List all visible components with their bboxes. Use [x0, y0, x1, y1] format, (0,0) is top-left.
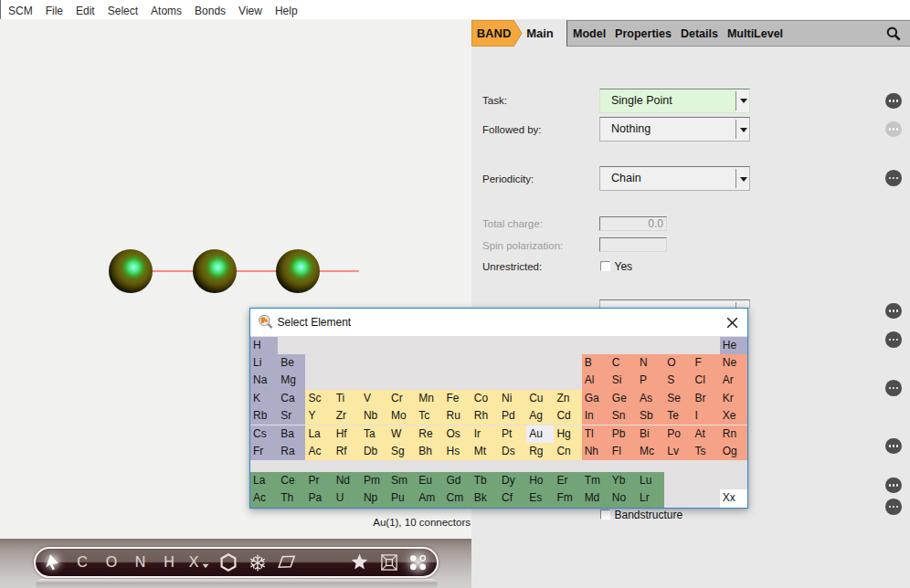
- element-Rn[interactable]: Rn: [720, 425, 747, 443]
- details-dots-button[interactable]: [885, 331, 902, 348]
- element-Re[interactable]: Re: [416, 425, 443, 443]
- element-Ra[interactable]: Ra: [278, 443, 305, 460]
- element-F[interactable]: F: [693, 354, 720, 372]
- task-combobox[interactable]: Single Point: [599, 89, 750, 113]
- element-Ca[interactable]: Ca: [278, 390, 305, 407]
- element-Cm[interactable]: Cm: [444, 489, 471, 507]
- element-Os[interactable]: Os: [444, 425, 471, 443]
- element-Ne[interactable]: Ne: [720, 354, 747, 372]
- element-K[interactable]: K: [250, 390, 278, 407]
- element-Bk[interactable]: Bk: [471, 489, 499, 507]
- element-Dy[interactable]: Dy: [499, 472, 526, 489]
- element-Ar[interactable]: Ar: [720, 372, 747, 389]
- close-icon[interactable]: [725, 315, 740, 331]
- total-charge-field[interactable]: 0.0: [599, 216, 667, 231]
- element-Ta[interactable]: Ta: [361, 425, 388, 443]
- element-B[interactable]: B: [582, 354, 609, 372]
- menu-bonds[interactable]: Bonds: [195, 0, 226, 21]
- element-As[interactable]: As: [637, 390, 664, 407]
- element-Si[interactable]: Si: [609, 372, 637, 389]
- element-Pa[interactable]: Pa: [305, 489, 333, 507]
- details-dots-button[interactable]: [885, 303, 902, 320]
- element-H[interactable]: H: [250, 337, 278, 354]
- render-mode-icon[interactable]: [408, 553, 428, 572]
- element-Tc[interactable]: Tc: [416, 407, 443, 425]
- element-Yb[interactable]: Yb: [609, 472, 637, 489]
- crystal-icon[interactable]: [249, 554, 266, 572]
- element-Ce[interactable]: Ce: [278, 472, 305, 489]
- element-Fl[interactable]: Fl: [609, 443, 637, 460]
- lattice-icon[interactable]: [277, 555, 296, 569]
- menu-scm[interactable]: SCM: [8, 0, 33, 21]
- menu-help[interactable]: Help: [275, 0, 298, 21]
- element-Db[interactable]: Db: [361, 443, 388, 460]
- element-Tm[interactable]: Tm: [582, 472, 609, 489]
- element-Hf[interactable]: Hf: [333, 425, 361, 443]
- element-Pm[interactable]: Pm: [361, 472, 388, 489]
- element-Sn[interactable]: Sn: [609, 407, 637, 425]
- element-Cl[interactable]: Cl: [693, 372, 720, 389]
- element-At[interactable]: At: [693, 425, 720, 443]
- element-Sm[interactable]: Sm: [388, 472, 416, 489]
- element-He[interactable]: He: [720, 337, 747, 354]
- details-dots-button[interactable]: [885, 170, 902, 186]
- toolbar-element-N[interactable]: N: [132, 552, 150, 572]
- star-icon[interactable]: [351, 553, 368, 571]
- element-Pr[interactable]: Pr: [305, 472, 333, 489]
- element-Y[interactable]: Y: [305, 407, 333, 425]
- element-Ac[interactable]: Ac: [305, 443, 333, 460]
- element-Li[interactable]: Li: [250, 354, 278, 372]
- toolbar-element-O[interactable]: O: [102, 552, 121, 572]
- element-I[interactable]: I: [693, 407, 720, 425]
- element-Sb[interactable]: Sb: [637, 407, 664, 425]
- menu-edit[interactable]: Edit: [76, 0, 95, 21]
- element-Se[interactable]: Se: [664, 390, 692, 407]
- element-Ba[interactable]: Ba: [278, 425, 305, 443]
- unrestricted-checkbox[interactable]: [600, 261, 610, 271]
- element-Nb[interactable]: Nb: [361, 407, 388, 425]
- element-Zn[interactable]: Zn: [554, 390, 581, 407]
- atom-sphere[interactable]: [109, 249, 153, 293]
- element-No[interactable]: No: [609, 489, 637, 507]
- element-Rb[interactable]: Rb: [250, 407, 278, 425]
- details-dots-button[interactable]: [885, 499, 902, 515]
- element-V[interactable]: V: [361, 390, 388, 407]
- element-Rh[interactable]: Rh: [471, 407, 499, 425]
- element-Gd[interactable]: Gd: [444, 472, 471, 489]
- element-Og[interactable]: Og: [720, 443, 747, 460]
- element-C[interactable]: C: [609, 354, 637, 372]
- element-Ni[interactable]: Ni: [499, 390, 526, 407]
- tab-properties[interactable]: Properties: [615, 27, 672, 40]
- element-Ir[interactable]: Ir: [471, 425, 499, 443]
- element-Sr[interactable]: Sr: [278, 407, 305, 425]
- element-Pt[interactable]: Pt: [499, 425, 526, 443]
- toolbar-element-C[interactable]: C: [73, 552, 91, 572]
- element-Cr[interactable]: Cr: [388, 390, 416, 407]
- periodicity-combobox[interactable]: Chain: [599, 166, 750, 191]
- search-icon[interactable]: [884, 24, 902, 42]
- atom-sphere[interactable]: [276, 249, 320, 293]
- element-Es[interactable]: Es: [526, 489, 554, 507]
- tab-model[interactable]: Model: [573, 27, 606, 40]
- element-Au[interactable]: Au: [526, 425, 554, 443]
- element-S[interactable]: S: [664, 372, 692, 389]
- element-Be[interactable]: Be: [278, 354, 305, 372]
- element-Cd[interactable]: Cd: [554, 407, 581, 425]
- spin-polarization-field[interactable]: [599, 237, 667, 252]
- atom-sphere[interactable]: [193, 249, 237, 293]
- followed-by-combobox[interactable]: Nothing: [599, 117, 750, 142]
- tab-details[interactable]: Details: [681, 27, 718, 40]
- element-Ru[interactable]: Ru: [444, 407, 471, 425]
- element-Co[interactable]: Co: [471, 390, 499, 407]
- element-Bh[interactable]: Bh: [416, 443, 443, 460]
- element-Pu[interactable]: Pu: [388, 489, 416, 507]
- element-Na[interactable]: Na: [250, 372, 278, 389]
- menu-view[interactable]: View: [238, 0, 262, 21]
- element-Hg[interactable]: Hg: [554, 425, 581, 443]
- element-Md[interactable]: Md: [582, 489, 609, 507]
- bandstructure-checkbox[interactable]: [600, 509, 610, 520]
- element-Mo[interactable]: Mo: [388, 407, 416, 425]
- element-Xx[interactable]: Xx: [720, 489, 747, 507]
- element-N[interactable]: N: [637, 354, 664, 372]
- element-Pb[interactable]: Pb: [609, 425, 637, 443]
